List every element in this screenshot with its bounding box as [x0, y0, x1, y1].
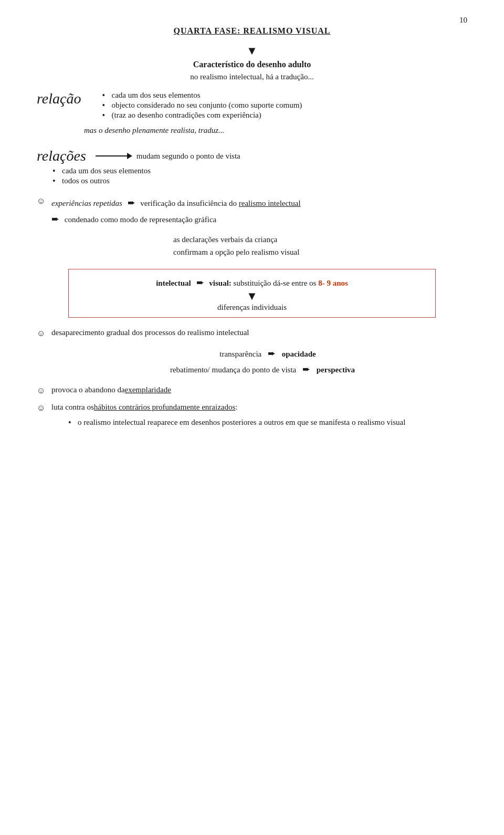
page-number: 10: [459, 16, 467, 25]
realismo-intelectual-underline: realismo intelectual: [239, 199, 301, 207]
relacoes-row: relações mudam segundo o ponto de vista: [37, 149, 467, 163]
experiencias-text: experiências repetidas ➨ verificação da …: [51, 196, 301, 210]
desap-text: desaparecimento gradual dos processos do…: [51, 328, 249, 337]
subtitle2: no realismo intelectual, há a tradução..…: [37, 72, 467, 81]
transition-down-arrow-icon: ▼: [79, 290, 425, 302]
relacoes-item-1: cada um dos seus elementos: [52, 166, 467, 175]
transition-years: 8- 9 anos: [318, 279, 348, 287]
relacao-item-2: objecto considerado no seu conjunto (com…: [102, 101, 302, 110]
experiencias-text1: verificação da insuficiência do: [140, 199, 238, 207]
smiley-icon-4: ☺: [37, 403, 47, 413]
provoca-text: provoca o abandono da: [51, 385, 125, 394]
experiencias-section: ☺ experiências repetidas ➨ verificação d…: [37, 196, 467, 225]
main-title: QUARTA FASE: REALISMO VISUAL: [173, 26, 330, 36]
relacao-item-1: cada um dos seus elementos: [102, 91, 302, 100]
but-text: mas o desenho plenamente realista, tradu…: [84, 126, 467, 135]
declaracoes-line1: as declarações verbais da criança: [173, 233, 467, 246]
rebatimento-text: rebatimento/ mudança do ponto de vista: [170, 366, 296, 374]
luta-text2: :: [235, 403, 237, 412]
provoca-row: ☺ provoca o abandono da exemplaridade: [37, 385, 467, 395]
perspectiva-text: perspectiva: [317, 366, 355, 374]
transparencia-row: transparência ➨ opacidade: [68, 348, 467, 359]
desap-row: ☺ desaparecimento gradual dos processos …: [37, 328, 467, 338]
exemplaridade-underline: exemplaridade: [125, 385, 171, 394]
experiencias-arrow1: ➨: [128, 197, 135, 208]
relacoes-item-2: todos os outros: [52, 176, 467, 185]
relacoes-arrow-icon: [96, 153, 132, 159]
experiencias-row: ☺ experiências repetidas ➨ verificação d…: [37, 196, 467, 210]
transition-arrow-icon: ➨: [196, 277, 204, 288]
declaracoes-line2: confirmam a opção pelo realismo visual: [173, 246, 467, 258]
experiencias-text2: condenado como modo de representação grá…: [65, 215, 216, 224]
opacidade-text: opacidade: [282, 350, 316, 358]
transition-rest: substituição dá-se entre os: [234, 279, 319, 287]
smiley-icon-3: ☺: [37, 386, 47, 395]
experiencias-arrow2-icon: ➨: [51, 214, 59, 224]
bottom-section: ☺ provoca o abandono da exemplaridade ☺ …: [37, 385, 467, 429]
smiley-icon-1: ☺: [37, 196, 47, 206]
relacoes-list: cada um dos seus elementos todos os outr…: [52, 166, 467, 185]
transition-line2: diferenças individuais: [79, 303, 425, 312]
luta-bullet-item: o realismo intelectual reaparece em dese…: [68, 416, 467, 429]
desap-section: ☺ desaparecimento gradual dos processos …: [37, 328, 467, 338]
experiencias-condenado-row: ➨ condenado como modo de representação g…: [51, 213, 467, 225]
declaracoes-block: as declarações verbais da criança confir…: [173, 233, 467, 258]
transition-intelectual: intelectual: [156, 279, 191, 287]
transition-line1: intelectual ➨ visual: substituição dá-se…: [79, 277, 425, 288]
rebatimento-arrow-icon: ➨: [302, 364, 310, 374]
smiley-icon-2: ☺: [37, 329, 47, 338]
transparencia-arrow-icon: ➨: [268, 348, 276, 359]
transition-box: intelectual ➨ visual: substituição dá-se…: [68, 269, 436, 318]
rebatimento-row: rebatimento/ mudança do ponto de vista ➨…: [58, 363, 467, 375]
relacoes-arrow-label: mudam segundo o ponto de vista: [136, 152, 240, 161]
transition-visual: visual:: [209, 279, 232, 287]
title-section: QUARTA FASE: REALISMO VISUAL: [37, 26, 467, 36]
luta-list: o realismo intelectual reaparece em dese…: [68, 416, 467, 429]
relacoes-title: relações: [37, 149, 86, 163]
relacao-list: cada um dos seus elementos objecto consi…: [102, 91, 302, 121]
relacao-title: relação: [37, 91, 81, 107]
down-arrow-icon: ▼: [37, 45, 467, 57]
experiencias-italic: experiências repetidas: [51, 199, 122, 207]
relacao-block: relação cada um dos seus elementos objec…: [37, 91, 467, 140]
luta-row: ☺ luta contra os hábitos contrários prof…: [37, 403, 467, 413]
relacoes-section: relações mudam segundo o ponto de vista …: [37, 149, 467, 185]
luta-text1: luta contra os: [51, 403, 94, 412]
luta-section: ☺ luta contra os hábitos contrários prof…: [37, 403, 467, 429]
habitos-underline: hábitos contrários profundamente enraiza…: [94, 403, 236, 412]
transparencia-text: transparência: [219, 350, 261, 358]
provoca-section: ☺ provoca o abandono da exemplaridade: [37, 385, 467, 395]
relacao-item-3: (traz ao desenho contradições com experi…: [102, 111, 302, 120]
subtitle: Característico do desenho adulto: [37, 60, 467, 69]
